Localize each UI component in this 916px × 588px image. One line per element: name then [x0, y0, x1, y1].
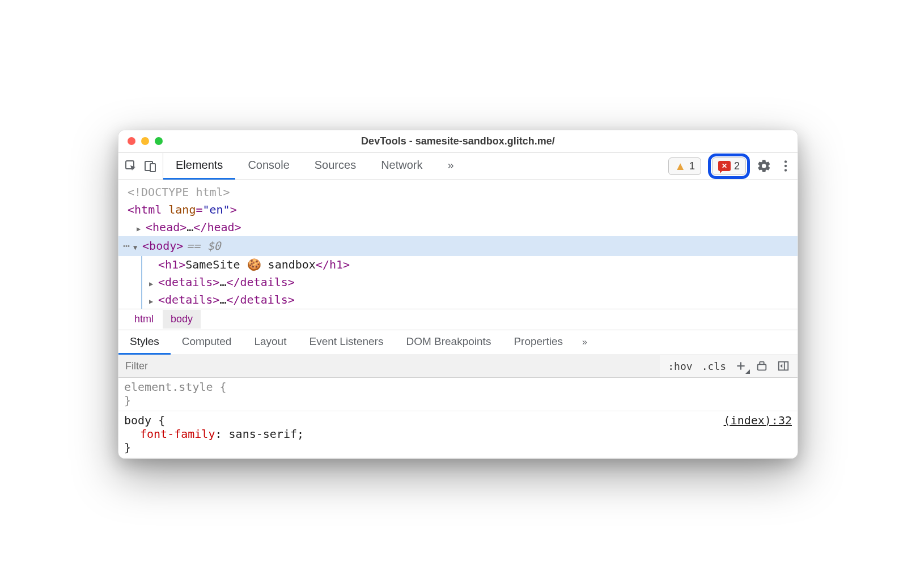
window-title: DevTools - samesite-sandbox.glitch.me/ [361, 135, 555, 147]
svg-rect-2 [150, 164, 155, 172]
more-menu-icon[interactable] [778, 159, 793, 173]
element-style-selector: element.style { [124, 380, 227, 394]
svg-rect-8 [758, 364, 766, 370]
minimize-window-button[interactable] [141, 137, 149, 145]
dom-details-1[interactable]: <details>…</details> [148, 274, 798, 291]
element-style-close: } [124, 394, 131, 407]
subtab-styles[interactable]: Styles [118, 330, 171, 355]
warnings-count: 1 [689, 160, 695, 172]
element-classes-cls-button[interactable]: .cls [702, 360, 726, 372]
breadcrumb-html[interactable]: html [126, 310, 162, 329]
settings-icon[interactable] [757, 159, 771, 173]
warnings-chip[interactable]: ▲ 1 [668, 157, 701, 175]
traffic-lights [118, 137, 172, 145]
dom-body-children: <h1>SameSite 🍪 sandbox</h1> <details>…</… [141, 256, 798, 309]
svg-point-4 [784, 165, 787, 167]
subtab-computed[interactable]: Computed [171, 330, 243, 355]
subtab-layout[interactable]: Layout [243, 330, 298, 355]
css-property-name[interactable]: font-family [140, 427, 215, 441]
body-rule-block[interactable]: (index):32 body { font-family: sans-seri… [118, 411, 798, 458]
device-toolbar-icon[interactable] [142, 158, 158, 174]
inspect-element-icon[interactable] [123, 158, 139, 174]
styles-filter-row: :hov .cls [118, 355, 798, 378]
close-window-button[interactable] [128, 137, 135, 145]
issues-chip[interactable]: ✕ 2 [712, 157, 746, 175]
dom-h1[interactable]: <h1>SameSite 🍪 sandbox</h1> [148, 256, 798, 274]
maximize-window-button[interactable] [155, 137, 163, 145]
rendering-emulations-icon[interactable] [756, 360, 768, 372]
tab-sources[interactable]: Sources [302, 153, 368, 180]
tab-console[interactable]: Console [235, 153, 302, 180]
devtools-window: DevTools - samesite-sandbox.glitch.me/ E… [118, 130, 798, 459]
rule-source-link[interactable]: (index):32 [724, 414, 792, 427]
main-toolbar: Elements Console Sources Network » ▲ 1 ✕… [118, 153, 798, 180]
issues-icon: ✕ [718, 161, 731, 171]
expand-arrow-icon[interactable] [137, 219, 146, 236]
dom-head[interactable]: <head>…</head> [118, 219, 798, 236]
breadcrumb-body[interactable]: body [163, 310, 201, 329]
node-actions-icon[interactable]: ⋯ [123, 237, 131, 255]
dom-details-2[interactable]: <details>…</details> [148, 291, 798, 309]
svg-point-3 [784, 160, 787, 163]
expand-arrow-icon[interactable] [149, 291, 158, 309]
selected-node-ref: == $0 [186, 237, 220, 255]
styles-subtabs: Styles Computed Layout Event Listeners D… [118, 330, 798, 355]
svg-rect-9 [779, 362, 788, 370]
css-property-value[interactable]: sans-serif [229, 427, 297, 441]
subtab-properties[interactable]: Properties [502, 330, 574, 355]
new-style-rule-icon[interactable] [735, 360, 747, 372]
tab-network[interactable]: Network [368, 153, 435, 180]
issues-count: 2 [734, 160, 740, 172]
subtab-event-listeners[interactable]: Event Listeners [298, 330, 395, 355]
force-state-hov-button[interactable]: :hov [668, 360, 692, 372]
dom-html-open[interactable]: <html lang="en"> [118, 201, 798, 219]
dom-tree: <!DOCTYPE html> <html lang="en"> <head>…… [118, 180, 798, 309]
dom-breadcrumb: html body [118, 309, 798, 330]
svg-point-5 [784, 169, 787, 171]
panel-tabs: Elements Console Sources Network » [163, 153, 467, 180]
subtab-dom-breakpoints[interactable]: DOM Breakpoints [395, 330, 502, 355]
styles-pane: element.style { } (index):32 body { font… [118, 378, 798, 458]
subtabs-overflow-icon[interactable]: » [574, 337, 595, 347]
collapse-arrow-icon[interactable] [133, 237, 142, 255]
titlebar: DevTools - samesite-sandbox.glitch.me/ [118, 130, 798, 153]
issues-highlight: ✕ 2 [708, 154, 750, 179]
styles-filter-input[interactable] [118, 355, 660, 377]
expand-arrow-icon[interactable] [149, 274, 158, 291]
warning-icon: ▲ [675, 160, 686, 173]
tabs-overflow-icon[interactable]: » [435, 153, 467, 180]
tab-elements[interactable]: Elements [163, 153, 235, 180]
dom-doctype[interactable]: <!DOCTYPE html> [118, 184, 798, 201]
computed-sidebar-toggle-icon[interactable] [777, 360, 790, 372]
body-rule-selector: body { [124, 414, 165, 427]
dom-body-selected[interactable]: ⋯ <body> == $0 [118, 236, 798, 256]
element-style-block[interactable]: element.style { } [118, 378, 798, 411]
body-rule-close: } [124, 441, 131, 454]
